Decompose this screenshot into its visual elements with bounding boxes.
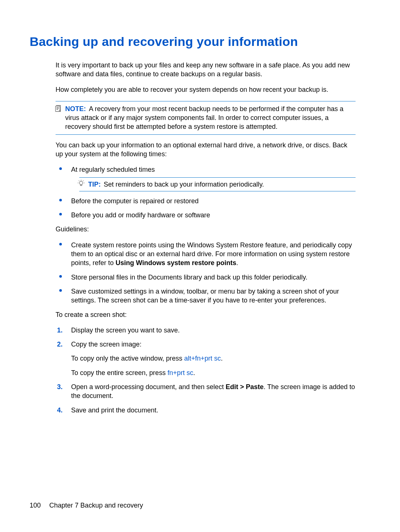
step-2a-post: . (221, 355, 223, 362)
guideline-1-bold: Using Windows system restore points (116, 259, 236, 267)
key-combo-entire-screen: fn+prt sc (167, 369, 193, 377)
screenshot-heading: To create a screen shot: (56, 310, 356, 319)
page-footer: 100 Chapter 7 Backup and recovery (30, 501, 143, 510)
list-item: Save customized settings in a window, to… (56, 287, 356, 305)
tip-icon (77, 179, 85, 187)
list-item: Create system restore points using the W… (56, 241, 356, 268)
chapter-label: Chapter 7 Backup and recovery (49, 502, 143, 509)
intro-paragraph-2: How completely you are able to recover y… (56, 85, 356, 94)
step-item: Open a word-processing document, and the… (56, 382, 356, 401)
tip-label: TIP: (88, 181, 101, 188)
list-item: Store personal files in the Documents li… (56, 273, 356, 282)
document-page: Backing up and recovering your informati… (0, 0, 400, 532)
step-item: Copy the screen image: To copy only the … (56, 340, 356, 377)
backup-times-list: At regularly scheduled times TIP:Set rem… (56, 165, 356, 220)
tip-callout: TIP:Set reminders to back up your inform… (79, 177, 356, 191)
step-3-bold: Edit > Paste (226, 383, 264, 391)
step-item: Display the screen you want to save. (56, 326, 356, 335)
tip-body: Set reminders to back up your informatio… (104, 181, 264, 188)
backup-targets-paragraph: You can back up your information to an o… (56, 141, 356, 159)
page-number: 100 (30, 502, 41, 509)
body-content: It is very important to back up your fil… (56, 61, 356, 415)
intro-paragraph-1: It is very important to back up your fil… (56, 61, 356, 79)
step-2b: To copy the entire screen, press fn+prt … (71, 368, 356, 377)
step-2a: To copy only the active window, press al… (71, 354, 356, 363)
list-item: Before the computer is repaired or resto… (56, 197, 356, 205)
screenshot-steps: Display the screen you want to save. Cop… (56, 326, 356, 415)
step-item: Save and print the document. (56, 406, 356, 415)
page-title: Backing up and recovering your informati… (30, 33, 363, 50)
note-label: NOTE: (65, 105, 86, 113)
step-3-pre: Open a word-processing document, and the… (71, 383, 226, 391)
list-item-text: At regularly scheduled times (71, 166, 155, 173)
key-combo-active-window: alt+fn+prt sc (184, 355, 221, 362)
guidelines-list: Create system restore points using the W… (56, 241, 356, 305)
guideline-1-post: . (236, 259, 238, 267)
note-body: A recovery from your most recent backup … (65, 105, 343, 131)
guidelines-heading: Guidelines: (56, 225, 356, 234)
svg-point-1 (79, 181, 83, 184)
list-item: At regularly scheduled times TIP:Set rem… (56, 165, 356, 191)
list-item: Before you add or modify hardware or sof… (56, 211, 356, 220)
step-2-text: Copy the screen image: (71, 341, 141, 348)
step-2b-post: . (193, 369, 195, 377)
note-icon (54, 104, 62, 113)
note-callout: NOTE:A recovery from your most recent ba… (56, 101, 356, 135)
step-2a-pre: To copy only the active window, press (71, 355, 184, 362)
step-2b-pre: To copy the entire screen, press (71, 369, 167, 377)
